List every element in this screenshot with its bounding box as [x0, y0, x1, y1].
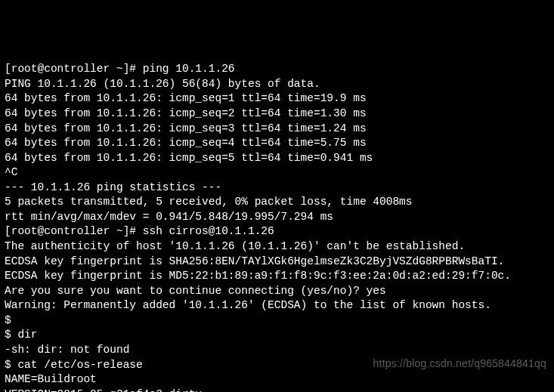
terminal-line: 64 bytes from 10.1.1.26: icmp_seq=1 ttl=… [5, 91, 549, 106]
terminal-line: [root@controller ~]# ssh cirros@10.1.1.2… [5, 224, 549, 239]
terminal-output[interactable]: [root@controller ~]# ping 10.1.1.26PING … [5, 62, 549, 392]
terminal-line: NAME=Buildroot [5, 372, 549, 387]
terminal-line: 64 bytes from 10.1.1.26: icmp_seq=2 ttl=… [5, 106, 549, 122]
terminal-line: 64 bytes from 10.1.1.26: icmp_seq=3 ttl=… [5, 122, 549, 137]
watermark-text: https://blog.csdn.net/q965844841qq [373, 357, 546, 371]
terminal-line: --- 10.1.1.26 ping statistics --- [5, 181, 549, 196]
terminal-line: ECDSA key fingerprint is SHA256:8EN/TAYl… [5, 255, 549, 270]
terminal-line: rtt min/avg/max/mdev = 0.941/5.848/19.99… [5, 210, 549, 225]
terminal-line: $ dir [5, 328, 549, 343]
terminal-line: PING 10.1.1.26 (10.1.1.26) 56(84) bytes … [5, 77, 549, 92]
terminal-line: 64 bytes from 10.1.1.26: icmp_seq=4 ttl=… [5, 136, 549, 151]
terminal-line: 64 bytes from 10.1.1.26: icmp_seq=5 ttl=… [5, 151, 549, 166]
terminal-line: Are you sure you want to continue connec… [5, 284, 549, 299]
terminal-line: Warning: Permanently added '10.1.1.26' (… [5, 298, 549, 313]
terminal-line: [root@controller ~]# ping 10.1.1.26 [5, 62, 549, 77]
terminal-line: $ [5, 313, 549, 329]
terminal-line: 5 packets transmitted, 5 received, 0% pa… [5, 195, 549, 210]
terminal-line: ^C [5, 165, 549, 181]
terminal-line: -sh: dir: not found [5, 343, 549, 358]
terminal-line: VERSION=2015.05-g31af4e3-dirty [5, 387, 549, 392]
terminal-line: ECDSA key fingerprint is MD5:22:b1:89:a9… [5, 269, 549, 284]
terminal-line: The authenticity of host '10.1.1.26 (10.… [5, 239, 549, 255]
